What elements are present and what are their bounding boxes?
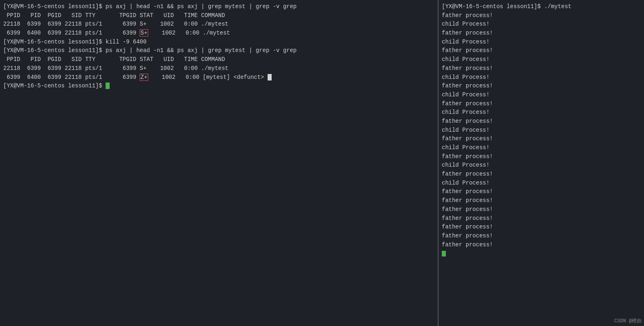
line-5: [YX@VM-16-5-centos lesson11]$ kill -9 64… bbox=[3, 38, 434, 47]
right-output-line: father process! bbox=[442, 196, 641, 205]
right-output-line: father process! bbox=[442, 29, 641, 38]
right-output: father process!child Process!father proc… bbox=[442, 11, 641, 250]
right-output-line: child Process! bbox=[442, 126, 641, 135]
line-1: [YX@VM-16-5-centos lesson11]$ ps axj | h… bbox=[3, 2, 434, 11]
right-output-line: father process! bbox=[442, 82, 641, 91]
stat-zplus-box: Z+ bbox=[140, 74, 148, 81]
line-9: 6399 6400 6399 22118 pts/1 6399 Z+ 1002 … bbox=[3, 73, 434, 82]
right-output-line: father process! bbox=[442, 223, 641, 232]
right-title: [YX@VM-16-5-centos lesson11]$ ./mytest bbox=[442, 2, 641, 11]
right-output-line: father process! bbox=[442, 214, 641, 223]
row-1: 22118 6399 6399 22118 pts/1 6399 S+ 1002… bbox=[3, 21, 229, 27]
header-2: PPID PID PGID SID TTY TPGID STAT UID TIM… bbox=[3, 56, 225, 63]
right-output-line: child Process! bbox=[442, 179, 641, 188]
right-last-cursor bbox=[442, 249, 641, 258]
right-output-line: child Process! bbox=[442, 20, 641, 29]
row-2: 22118 6399 6399 22118 pts/1 6399 S+ 1002… bbox=[3, 65, 229, 72]
line-4: 6399 6400 6399 22118 pts/1 6399 S+ 1002 … bbox=[3, 29, 434, 38]
right-output-line: father process! bbox=[442, 232, 641, 241]
white-cursor bbox=[268, 74, 272, 80]
line-2: PPID PID PGID SID TTY TPGID STAT UID TIM… bbox=[3, 11, 434, 20]
right-output-line: father process! bbox=[442, 152, 641, 161]
line-6: [YX@VM-16-5-centos lesson11]$ ps axj | h… bbox=[3, 46, 434, 55]
prompt-3: [YX@VM-16-5-centos lesson11]$ ps axj | h… bbox=[3, 47, 297, 54]
terminal-right: [YX@VM-16-5-centos lesson11]$ ./mytest f… bbox=[439, 0, 644, 326]
prompt-2: [YX@VM-16-5-centos lesson11]$ kill -9 64… bbox=[3, 39, 147, 45]
prompt-4: [YX@VM-16-5-centos lesson11]$ bbox=[3, 83, 106, 89]
right-output-line: child Process! bbox=[442, 91, 641, 100]
line-8: 22118 6399 6399 22118 pts/1 6399 S+ 1002… bbox=[3, 64, 434, 73]
line-7: PPID PID PGID SID TTY TPGID STAT UID TIM… bbox=[3, 55, 434, 64]
line-3: 22118 6399 6399 22118 pts/1 6399 S+ 1002… bbox=[3, 20, 434, 29]
prompt-1: [YX@VM-16-5-centos lesson11]$ ps axj | h… bbox=[3, 3, 297, 10]
right-output-line: child Process! bbox=[442, 143, 641, 152]
header-1: PPID PID PGID SID TTY TPGID STAT UID TIM… bbox=[3, 12, 225, 19]
right-output-line: father process! bbox=[442, 241, 641, 250]
right-green-cursor bbox=[442, 251, 446, 256]
right-output-line: father process! bbox=[442, 187, 641, 196]
right-output-line: father process! bbox=[442, 205, 641, 214]
right-output-line: child Process! bbox=[442, 38, 641, 47]
right-output-line: father process! bbox=[442, 64, 641, 73]
green-cursor bbox=[106, 83, 110, 89]
right-output-line: father process! bbox=[442, 117, 641, 126]
right-output-line: child Process! bbox=[442, 108, 641, 117]
right-output-line: child Process! bbox=[442, 55, 641, 64]
right-output-line: father process! bbox=[442, 170, 641, 179]
right-output-line: father process! bbox=[442, 46, 641, 55]
terminal-left: [YX@VM-16-5-centos lesson11]$ ps axj | h… bbox=[0, 0, 439, 326]
right-output-line: father process! bbox=[442, 100, 641, 109]
watermark: CSDN @橙由 bbox=[614, 317, 642, 324]
stat-splus-box: S+ bbox=[140, 29, 148, 37]
right-output-line: child Process! bbox=[442, 161, 641, 170]
right-output-line: father process! bbox=[442, 11, 641, 20]
right-output-line: father process! bbox=[442, 135, 641, 143]
right-output-line: child Process! bbox=[442, 73, 641, 82]
line-10: [YX@VM-16-5-centos lesson11]$ bbox=[3, 82, 434, 91]
